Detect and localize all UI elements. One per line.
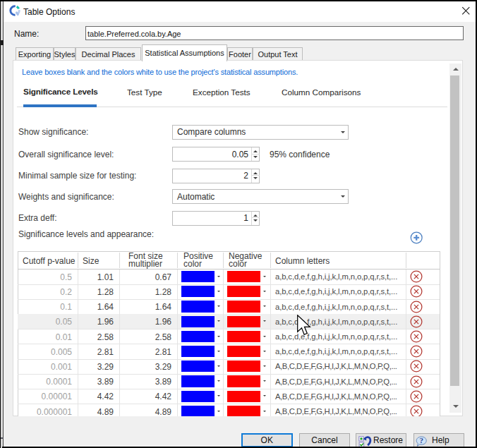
- svg-text:?: ?: [420, 436, 424, 444]
